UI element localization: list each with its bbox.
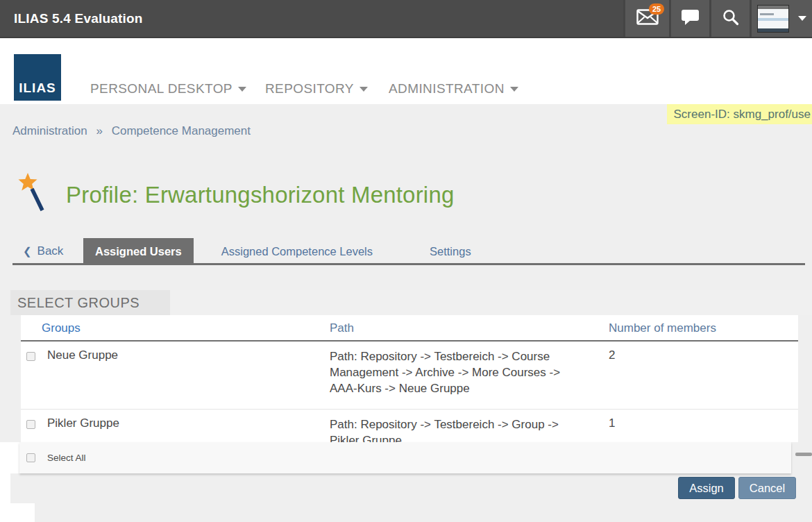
avatar <box>757 5 789 33</box>
column-header-path: Path <box>330 315 354 341</box>
table-row: Neue Gruppe Path: Repository -> Testbere… <box>21 342 798 410</box>
tab-bar: ❮Back Assigned Users Assigned Competence… <box>0 238 812 264</box>
mail-count-badge: 25 <box>649 3 664 15</box>
tab-assigned-competence-levels[interactable]: Assigned Competence Levels <box>208 238 387 264</box>
nav-label: REPOSITORY <box>265 81 354 96</box>
user-menu-button[interactable] <box>750 0 812 37</box>
group-name: Pikler Gruppe <box>47 416 119 430</box>
breadcrumb-administration[interactable]: Administration <box>12 124 87 137</box>
nav-repository[interactable]: REPOSITORY <box>265 81 368 96</box>
group-members-count: 1 <box>609 416 615 430</box>
search-icon <box>722 8 739 28</box>
chevron-down-icon <box>238 87 246 92</box>
chevron-left-icon: ❮ <box>23 245 32 257</box>
mail-button[interactable]: 25 <box>623 0 669 37</box>
assign-button[interactable]: Assign <box>678 477 735 499</box>
select-groups-section: SELECT GROUPS <box>10 290 812 315</box>
cancel-button[interactable]: Cancel <box>738 477 796 499</box>
logo-text: ILIAS <box>19 81 56 96</box>
breadcrumb: Administration » Competence Management <box>12 124 251 138</box>
background-patch <box>0 442 19 473</box>
row-checkbox[interactable] <box>26 420 35 429</box>
ilias-logo[interactable]: ILIAS <box>14 54 61 101</box>
top-bar-actions: 25 <box>623 0 812 37</box>
scrollbar-thumb[interactable] <box>795 453 812 456</box>
screen-id-label: Screen-ID: skmg_prof/use <box>667 104 812 124</box>
nav-label: ADMINISTRATION <box>389 81 505 96</box>
table-row: Pikler Gruppe Path: Repository -> Testbe… <box>21 410 798 442</box>
app-title: ILIAS 5.4 Evaluation <box>14 11 143 26</box>
select-all-label: Select All <box>47 442 86 473</box>
search-button[interactable] <box>709 0 750 37</box>
nav-administration[interactable]: ADMINISTRATION <box>389 81 518 96</box>
chat-icon <box>681 9 700 28</box>
chat-button[interactable] <box>669 0 709 37</box>
section-title: SELECT GROUPS <box>10 290 170 315</box>
breadcrumb-separator: » <box>96 124 102 137</box>
back-label: Back <box>37 244 64 258</box>
tab-settings[interactable]: Settings <box>416 238 485 264</box>
breadcrumb-competence-management[interactable]: Competence Management <box>112 124 251 137</box>
ilias-window: ILIAS 5.4 Evaluation 25 <box>0 0 812 522</box>
select-all-bar: Select All <box>19 442 791 473</box>
tab-underline <box>12 263 805 265</box>
content-area: Screen-ID: skmg_prof/use Administration … <box>0 104 812 522</box>
group-name: Neue Gruppe <box>47 348 118 362</box>
group-path: Path: Repository -> Testbereich -> Group… <box>330 416 588 442</box>
page-title: Profile: Erwartungshorizont Mentoring <box>66 182 455 208</box>
groups-table: Groups Path Number of members Neue Grupp… <box>21 315 798 442</box>
background-patch <box>0 503 35 522</box>
nav-personal-desktop[interactable]: PERSONAL DESKTOP <box>90 81 246 96</box>
column-header-members: Number of members <box>609 315 716 341</box>
group-members-count: 2 <box>609 348 615 362</box>
row-checkbox[interactable] <box>26 352 35 361</box>
nav-label: PERSONAL DESKTOP <box>90 81 232 96</box>
back-button[interactable]: ❮Back <box>23 238 63 264</box>
column-header-groups[interactable]: Groups <box>42 315 81 341</box>
magic-wand-icon <box>17 172 51 217</box>
select-all-checkbox[interactable] <box>26 453 35 462</box>
table-header: Groups Path Number of members <box>21 315 798 342</box>
chevron-down-icon <box>510 87 518 92</box>
group-path: Path: Repository -> Testbereich -> Cours… <box>330 348 588 396</box>
top-bar: ILIAS 5.4 Evaluation 25 <box>0 0 812 38</box>
tab-assigned-users[interactable]: Assigned Users <box>83 238 194 264</box>
main-header: ILIAS PERSONAL DESKTOP REPOSITORY ADMINI… <box>0 38 812 104</box>
chevron-down-icon <box>798 16 806 21</box>
chevron-down-icon <box>360 87 368 92</box>
